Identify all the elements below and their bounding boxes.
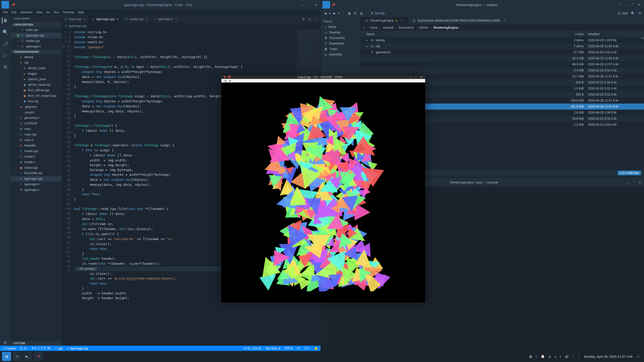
debug-icon[interactable]: ▷ [2,52,8,58]
tree-item[interactable]: ▣floor_diffuse.tga [11,87,62,93]
tree-item[interactable]: ⧉tgaimage.o [11,187,62,193]
tree-item[interactable]: ◆african_head.obj [11,82,62,87]
volume-icon[interactable]: 🔊 [565,355,569,358]
outline-section[interactable]: OUTLINE [11,341,62,346]
close-icon[interactable]: ✕ [638,3,640,7]
open-editor-item[interactable]: ×htgaimage.h [11,44,62,49]
chevron-up-icon[interactable]: ˄ [572,355,574,358]
next-image-icon[interactable]: ▶ [229,79,231,82]
menu-terminal[interactable]: Terminal [63,11,74,14]
tree-item[interactable]: ▾obj [11,60,62,65]
menu-down-icon[interactable]: ⌄ [627,181,630,184]
close-icon[interactable]: ✕ [638,181,641,184]
tree-item[interactable]: ⧉main.o [11,137,62,143]
compare-icon[interactable]: ⧉ [302,17,305,21]
dolphin-titlebar[interactable]: 📌 RenderingEngine — Dolphin ? ⌄ ˄ ✕ [321,0,644,10]
tree-item[interactable]: ▸diablo3_pose [11,76,62,82]
tree-item[interactable]: Ctgaimage.h [11,182,62,187]
minimize-icon[interactable]: ˄ [308,3,310,7]
feedback-icon[interactable]: 🔔 [314,347,318,350]
eol[interactable]: LF [297,347,300,350]
menu-down-icon[interactable]: ⌄ [625,3,627,7]
back-menu-icon[interactable]: ▾ [329,12,331,15]
close-icon[interactable]: ✕ [420,75,423,79]
open-editor-item[interactable]: ×Cmain.cpp [11,27,62,33]
pin-icon[interactable]: 📌 [227,75,231,79]
taskbar-app-icon[interactable]: ◥ [34,352,43,361]
place-item[interactable]: 🗑Trash [321,46,360,52]
menu-edit[interactable]: Edit [11,11,17,14]
printer-icon[interactable]: 🖨 [548,355,551,358]
tree-item[interactable]: Cmodel.h [11,154,62,159]
tree-item[interactable]: ·.project [11,110,62,115]
column-headers[interactable]: Name ▾ Size Modified [360,31,644,37]
sort-button[interactable]: ⇅ Sort By [371,12,385,15]
file-row[interactable]: 84.9 KiB2020-04-26 11:57 A.M. [360,61,644,67]
menu-down-icon[interactable]: ⌄ [409,75,412,79]
hamburger-icon[interactable]: ☰ [637,11,642,16]
search-icon[interactable]: 🔍 [630,11,635,16]
open-editors-section[interactable]: OPEN EDITORS [11,22,62,27]
network-icon[interactable]: ⋮ [577,355,580,358]
menu-selection[interactable]: Selection [20,11,32,14]
back-icon[interactable]: ◀ [323,11,328,16]
tree-item[interactable]: iREADME.md [11,170,62,176]
help-icon[interactable]: ? [619,3,620,7]
file-row[interactable]: 3.3 KiB2016-02-01 5:32 A.M. [360,67,644,73]
vscode-titlebar[interactable]: 📌 tgaimage.cpp - RenderingEngine - Code … [0,0,320,10]
open-editor-item[interactable]: ●Ctgaimage.cpp [11,33,62,38]
file-row[interactable]: hgeometry.h6.7 KiB2016-02-01 5:32 A.M. [360,49,644,55]
extensions-icon[interactable]: ⊞ [2,64,8,70]
cursor-pos[interactable]: Ln 51, Col 22 [244,347,261,350]
menu-file[interactable]: File [3,11,8,14]
col-size[interactable]: ▾ Size [546,32,584,36]
image-view[interactable] [221,82,425,302]
details-view-icon[interactable]: ▤ [359,11,364,16]
settings-gear-icon[interactable]: ⚙ [2,340,8,346]
language-mode[interactable]: C++ [304,347,310,350]
breadcrumb[interactable]: C tgaimage.cpp [62,23,320,29]
search-icon[interactable]: 🔍 [2,29,8,35]
forward-icon[interactable]: ▶ [332,11,337,16]
pin-icon[interactable]: 📌 [332,3,335,7]
open-editor-item[interactable]: ×Cmodel.cpp [11,38,62,44]
editor-tab[interactable]: Cmain.cpp× [62,15,89,23]
tree-item[interactable]: Cmodel.cpp [11,148,62,154]
git-branch[interactable]: ⎇ master [3,347,16,350]
col-modified[interactable]: Modified [584,32,644,36]
prev-image-icon[interactable]: ◀ [224,79,226,82]
split-editor-icon[interactable]: ◫ [308,17,311,21]
pin-icon[interactable]: 📌 [12,3,15,7]
clock[interactable]: Sunday, April 26, 2020 11:57 A.M. [584,355,633,358]
minimize-icon[interactable]: ˄ [415,75,417,79]
explorer-icon[interactable]: 🗎 [2,18,8,24]
place-item[interactable]: ⛀otherSSD [321,52,360,57]
dolphin-breadcrumb[interactable]: ⌂›home›mbassili›Documents›GitHub›Renderi… [360,24,644,31]
tray-icon[interactable]: ▦ [529,355,532,358]
file-row[interactable]: 16.3 KiB2020-04-25 11:40 A.M. [360,55,644,61]
menu-view[interactable]: View [36,11,43,14]
editor-tab[interactable]: Cmodel.cpp× [122,15,151,23]
forward-menu-icon[interactable]: ▾ [338,12,340,15]
icons-view-icon[interactable]: ▦ [347,11,351,16]
tree-item[interactable]: Cgeometry.h [11,115,62,121]
tree-item[interactable]: ⧉main [11,126,62,132]
file-row[interactable]: ▸🗀devlog2 items2020-04-25 1:19 P.M. [360,37,644,43]
taskbar-dolphin-icon[interactable]: 🗀 [13,352,22,361]
place-item[interactable]: ⇩Downloads [321,41,360,46]
tree-item[interactable]: MMakefile [11,143,62,148]
tab-size[interactable]: Tab Size: 4 [265,347,280,350]
taskbar-terminal-icon[interactable]: ▶_ [23,352,32,361]
place-item[interactable]: 🗎Documents [321,35,360,41]
editor-tab[interactable]: htgaimage.h× [151,15,181,23]
bluetooth2-icon[interactable]: ᛒ [560,355,561,358]
tree-item[interactable]: ▣floor_nm_tangent.tga [11,93,62,99]
menu-run[interactable]: Run [54,11,59,14]
file-row[interactable]: ▸🗀obj7 items2020-04-26 11:54 A.M. [360,43,644,49]
tree-item[interactable]: ⧉model.o [11,159,62,165]
place-item[interactable]: ▭Desktop [321,30,360,35]
split-button[interactable]: ◫ Split [618,12,628,15]
tree-item[interactable]: ▸boggie [11,71,62,76]
dolphin-tab[interactable]: 🗀RenderingEngine× [360,17,408,24]
tree-item[interactable]: ◈.gitignore [11,104,62,110]
